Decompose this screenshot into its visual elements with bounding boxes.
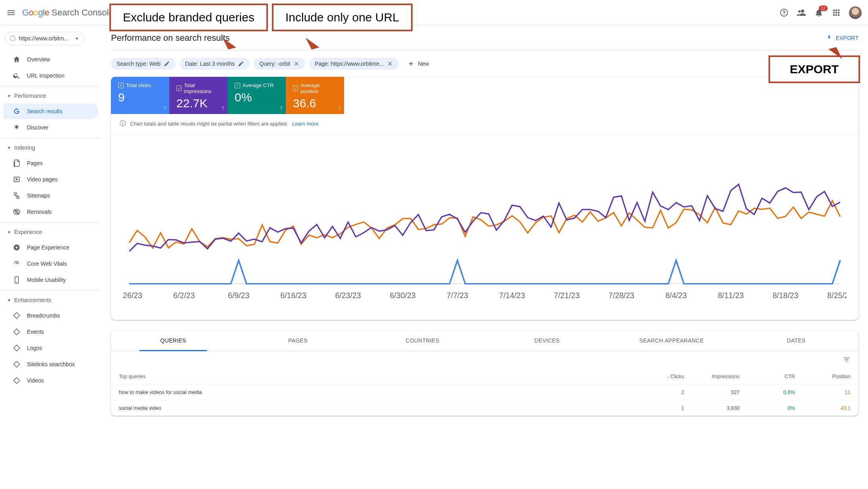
- col-header-query[interactable]: Top queries: [119, 373, 629, 379]
- nav-item-discover[interactable]: Discover: [3, 120, 98, 135]
- svg-text:6/23/23: 6/23/23: [335, 291, 361, 300]
- svg-point-2: [16, 282, 17, 283]
- nav-item-label: Sitelinks searchbox: [27, 361, 75, 367]
- annotation-include: Include only one URL: [272, 4, 413, 31]
- apps-icon[interactable]: [832, 8, 841, 17]
- col-header-impressions[interactable]: Impressions: [684, 373, 740, 379]
- chip-date[interactable]: Date: Last 3 months: [180, 58, 250, 70]
- plus-circle-icon: [13, 244, 21, 251]
- metric-label: Average position: [300, 82, 337, 94]
- table-row[interactable]: social media video 1 3,930 0% 43.1: [111, 400, 858, 416]
- help-icon[interactable]: ?: [221, 105, 224, 112]
- svg-text:8/4/23: 8/4/23: [665, 291, 687, 300]
- partial-results-notice: ⓘ Chart totals and table results might b…: [111, 114, 858, 134]
- table-header-row: Top queries ↓ Clicks Impressions CTR Pos…: [111, 369, 858, 384]
- product-logo[interactable]: Google Search Console: [22, 8, 114, 18]
- metric-tile-ctr[interactable]: ✓Average CTR 0% ?: [228, 77, 286, 114]
- col-header-position[interactable]: Position: [795, 373, 851, 379]
- pencil-icon: [164, 61, 170, 67]
- help-icon[interactable]: ?: [279, 105, 283, 112]
- svg-text:8/25/23: 8/25/23: [827, 291, 847, 300]
- property-selector[interactable]: https://www.orbitm... ▼: [5, 32, 84, 45]
- nav-item-url-inspection[interactable]: URL inspection: [3, 68, 98, 84]
- export-button[interactable]: EXPORT: [826, 34, 858, 42]
- metric-tile-position[interactable]: ✓Average position 36.6 ?: [286, 77, 344, 114]
- table-row[interactable]: how to make videos for social media 2 32…: [111, 384, 858, 400]
- nav-section-experience[interactable]: ▼Experience: [0, 225, 101, 239]
- help-icon[interactable]: [779, 8, 789, 17]
- cell-query: social media video: [119, 405, 629, 411]
- nav-section-label: Experience: [14, 229, 42, 235]
- metric-tile-clicks[interactable]: ✓Total clicks 9 ?: [111, 77, 169, 114]
- notice-text: Chart totals and table results might be …: [130, 121, 288, 127]
- tab-pages[interactable]: PAGES: [235, 330, 360, 351]
- nav-item-breadcrumbs[interactable]: Breadcrumbs: [3, 308, 98, 323]
- metric-value: 36.6: [293, 97, 337, 110]
- help-icon[interactable]: ?: [338, 105, 341, 112]
- col-header-ctr[interactable]: CTR: [740, 373, 795, 379]
- export-label: EXPORT: [836, 35, 858, 41]
- chip-query[interactable]: Query: -orbit: [254, 58, 305, 70]
- menu-icon[interactable]: [6, 8, 16, 17]
- nav-item-mobile-usability[interactable]: Mobile Usability: [3, 272, 98, 288]
- page-title: Performance on search results: [111, 33, 230, 43]
- performance-chart[interactable]: 5/26/236/2/236/9/236/16/236/23/236/30/23…: [111, 134, 858, 320]
- tab-search-appearance[interactable]: SEARCH APPEARANCE: [609, 330, 734, 351]
- notifications-icon[interactable]: 12: [814, 8, 824, 17]
- nav-item-core-web-vitals[interactable]: Core Web Vitals: [3, 256, 98, 272]
- annotation-arrow-icon: [304, 36, 323, 55]
- nav-item-events[interactable]: Events: [3, 324, 98, 340]
- chip-search-type[interactable]: Search type: Web: [111, 58, 176, 70]
- account-avatar[interactable]: [849, 6, 862, 19]
- close-icon[interactable]: [387, 61, 393, 67]
- tab-queries[interactable]: QUERIES: [111, 330, 235, 351]
- add-filter-button[interactable]: New: [403, 58, 434, 70]
- nav-item-label: Pages: [27, 160, 43, 166]
- nav-item-pages[interactable]: Pages: [3, 155, 98, 171]
- checkbox-icon: ✓: [176, 86, 182, 91]
- cell-query: how to make videos for social media: [119, 389, 629, 395]
- learn-more-link[interactable]: Learn more: [292, 121, 318, 127]
- metric-tile-impressions[interactable]: ✓Total impressions 22.7K ?: [169, 77, 228, 114]
- add-filter-label: New: [418, 61, 429, 67]
- metric-label: Average CTR: [243, 82, 274, 88]
- nav-section-performance[interactable]: ▼Performance: [0, 89, 101, 103]
- nav-item-label: Mobile Usability: [27, 277, 66, 283]
- help-icon[interactable]: ?: [163, 105, 166, 112]
- tab-dates[interactable]: DATES: [734, 330, 858, 351]
- nav-item-label: Logos: [27, 345, 42, 351]
- svg-text:7/7/23: 7/7/23: [447, 291, 468, 300]
- nav-item-removals[interactable]: Removals: [3, 204, 98, 220]
- annotation-export: EXPORT: [769, 55, 860, 83]
- filter-icon[interactable]: [843, 356, 851, 364]
- chip-page[interactable]: Page: https://www.orbitme...: [309, 58, 399, 70]
- plus-icon: [407, 60, 415, 67]
- cell-position: 11: [795, 389, 851, 395]
- svg-text:6/30/23: 6/30/23: [390, 291, 415, 300]
- cell-position: 43.1: [795, 405, 851, 411]
- nav-item-label: Video pages: [27, 176, 58, 183]
- cell-clicks: 1: [629, 405, 684, 411]
- nav-item-video-pages[interactable]: Video pages: [3, 171, 98, 187]
- diamond-icon: [13, 328, 21, 336]
- nav-item-overview[interactable]: Overview: [3, 51, 98, 67]
- cell-ctr: 0.6%: [740, 389, 795, 395]
- nav-item-videos[interactable]: Videos: [3, 373, 98, 388]
- nav-item-sitelinks-searchbox[interactable]: Sitelinks searchbox: [3, 356, 98, 372]
- tab-countries[interactable]: COUNTRIES: [360, 330, 485, 351]
- info-icon: ⓘ: [120, 120, 126, 128]
- nav-item-page-experience[interactable]: Page Experience: [3, 240, 98, 255]
- nav-item-sitemaps[interactable]: Sitemaps: [3, 188, 98, 204]
- tab-devices[interactable]: DEVICES: [485, 330, 609, 351]
- nav-section-indexing[interactable]: ▼Indexing: [0, 141, 101, 155]
- nav-item-logos[interactable]: Logos: [3, 340, 98, 356]
- annotation-exclude: Exclude branded queries: [109, 4, 268, 31]
- nav-item-label: Search results: [27, 108, 62, 114]
- nav-section-enhancements[interactable]: ▼Enhancements: [0, 293, 101, 307]
- removal-icon: [13, 208, 21, 216]
- users-icon[interactable]: [797, 8, 806, 17]
- close-icon[interactable]: [293, 61, 300, 67]
- nav-item-search-results[interactable]: Search results: [3, 103, 98, 119]
- col-header-clicks[interactable]: ↓ Clicks: [629, 373, 684, 379]
- nav-section-label: Performance: [14, 93, 46, 99]
